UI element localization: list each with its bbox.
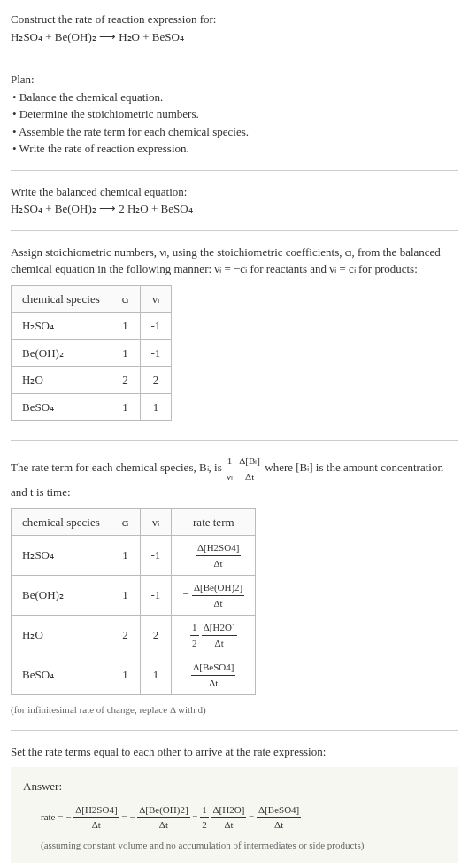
balanced-section: Write the balanced chemical equation: H₂…: [11, 183, 458, 231]
cell-c: 2: [111, 367, 140, 394]
frac-bot: Δt: [192, 596, 244, 611]
table-header-row: chemical species cᵢ νᵢ: [12, 285, 172, 313]
rate-frac: Δ[H2SO4] Δt: [196, 540, 241, 570]
frac-top: 1: [190, 620, 199, 636]
cell-species: Be(OH)₂: [12, 339, 111, 367]
rate-prefix: rate = −: [41, 810, 71, 821]
table-header-row: chemical species cᵢ νᵢ rate term: [12, 508, 256, 536]
col-header: νᵢ: [140, 508, 172, 536]
table-row: Be(OH)₂ 1 -1: [12, 339, 172, 367]
cell-c: 2: [111, 616, 140, 655]
answer-frac: Δ[BeSO4] Δt: [257, 802, 301, 833]
rate-frac-delta: Δ[Bᵢ] Δt: [237, 453, 262, 484]
answer-coef-frac: 1 2: [200, 802, 209, 833]
plan-item: • Balance the chemical equation.: [11, 89, 458, 106]
rate-frac: Δ[Be(OH)2] Δt: [192, 580, 244, 610]
table-row: H₂O 2 2 1 2 Δ[H2O] Δt: [12, 616, 256, 655]
frac-top: Δ[Be(OH)2]: [137, 802, 189, 818]
intro-equation: H₂SO₄ + Be(OH)₂ ⟶ H₂O + BeSO₄: [11, 28, 458, 46]
final-heading: Set the rate terms equal to each other t…: [11, 743, 458, 761]
stoich-intro: Assign stoichiometric numbers, νᵢ, using…: [11, 244, 458, 278]
intro-section: Construct the rate of reaction expressio…: [11, 11, 458, 58]
frac-top: Δ[H2O]: [202, 620, 237, 636]
final-section: Set the rate terms equal to each other t…: [11, 743, 458, 864]
cell-rate: 1 2 Δ[H2O] Δt: [172, 616, 256, 655]
cell-v: 2: [140, 616, 172, 655]
answer-label: Answer:: [23, 778, 446, 795]
frac-bot: Δt: [237, 469, 262, 484]
sign: −: [186, 547, 192, 561]
cell-species: H₂O: [12, 367, 111, 394]
rate-frac: Δ[BeSO4] Δt: [191, 660, 235, 690]
rate-coef-frac: 1 2: [190, 620, 199, 650]
frac-bot: Δt: [257, 818, 301, 833]
frac-top: 1: [225, 453, 234, 469]
rateterm-table: chemical species cᵢ νᵢ rate term H₂SO₄ 1…: [11, 508, 256, 696]
col-header: rate term: [172, 508, 256, 536]
answer-frac: Δ[Be(OH)2] Δt: [137, 802, 189, 833]
answer-equation: rate = − Δ[H2SO4] Δt = − Δ[Be(OH)2] Δt =…: [23, 802, 446, 833]
frac-bot: Δt: [196, 556, 241, 571]
stoich-section: Assign stoichiometric numbers, νᵢ, using…: [11, 244, 458, 442]
cell-v: 1: [140, 393, 172, 421]
frac-top: Δ[Bᵢ]: [237, 453, 262, 469]
table-row: H₂O 2 2: [12, 367, 172, 394]
cell-c: 1: [111, 655, 140, 695]
answer-note: (assuming constant volume and no accumul…: [23, 838, 446, 853]
frac-bot: Δt: [137, 818, 189, 833]
frac-top: Δ[H2SO4]: [196, 540, 241, 556]
frac-bot: Δt: [73, 818, 119, 833]
frac-top: Δ[H2SO4]: [73, 802, 119, 818]
frac-bot: Δt: [202, 636, 237, 651]
plan-item: • Determine the stoichiometric numbers.: [11, 105, 458, 123]
cell-species: BeSO₄: [12, 393, 111, 421]
table-row: Be(OH)₂ 1 -1 − Δ[Be(OH)2] Δt: [12, 576, 256, 616]
rate-frac-coef: 1 νᵢ: [225, 453, 234, 484]
table-row: BeSO₄ 1 1 Δ[BeSO4] Δt: [12, 655, 256, 695]
rateterm-intro-a: The rate term for each chemical species,…: [11, 461, 225, 474]
cell-v: 1: [140, 655, 172, 695]
sign: −: [182, 587, 188, 601]
rateterm-section: The rate term for each chemical species,…: [11, 453, 458, 731]
cell-v: -1: [140, 339, 172, 367]
rate-frac: Δ[H2O] Δt: [202, 620, 237, 650]
frac-top: Δ[BeSO4]: [191, 660, 235, 676]
eq-sep: =: [249, 810, 257, 821]
answer-box: Answer: rate = − Δ[H2SO4] Δt = − Δ[Be(OH…: [11, 767, 458, 863]
table-row: H₂SO₄ 1 -1 − Δ[H2SO4] Δt: [12, 536, 256, 576]
stoich-table: chemical species cᵢ νᵢ H₂SO₄ 1 -1 Be(OH)…: [11, 285, 172, 422]
cell-rate: − Δ[H2SO4] Δt: [172, 536, 256, 576]
frac-top: Δ[BeSO4]: [257, 802, 301, 818]
col-header: chemical species: [12, 285, 111, 313]
frac-bot: 2: [190, 636, 199, 651]
cell-v: -1: [140, 536, 172, 576]
col-header: cᵢ: [111, 285, 140, 313]
cell-species: BeSO₄: [12, 655, 111, 695]
plan-section: Plan: • Balance the chemical equation. •…: [11, 71, 458, 171]
table-row: H₂SO₄ 1 -1: [12, 313, 172, 340]
rateterm-intro: The rate term for each chemical species,…: [11, 453, 458, 501]
frac-bot: 2: [200, 818, 209, 833]
balanced-heading: Write the balanced chemical equation:: [11, 183, 458, 201]
answer-frac: Δ[H2O] Δt: [211, 802, 247, 833]
table-row: BeSO₄ 1 1: [12, 393, 172, 421]
cell-c: 1: [111, 339, 140, 367]
cell-rate: − Δ[Be(OH)2] Δt: [172, 576, 256, 616]
cell-c: 1: [111, 313, 140, 340]
cell-v: -1: [140, 576, 172, 616]
balanced-equation: H₂SO₄ + Be(OH)₂ ⟶ 2 H₂O + BeSO₄: [11, 200, 458, 218]
cell-c: 1: [111, 393, 140, 421]
col-header: νᵢ: [140, 285, 172, 313]
cell-v: 2: [140, 367, 172, 394]
plan-item: • Assemble the rate term for each chemic…: [11, 123, 458, 141]
frac-top: 1: [200, 802, 209, 818]
frac-bot: νᵢ: [225, 469, 234, 484]
frac-top: Δ[H2O]: [211, 802, 247, 818]
col-header: cᵢ: [111, 508, 140, 536]
frac-bot: Δt: [211, 818, 247, 833]
cell-species: H₂O: [12, 616, 111, 655]
cell-v: -1: [140, 313, 172, 340]
cell-rate: Δ[BeSO4] Δt: [172, 655, 256, 695]
rateterm-note: (for infinitesimal rate of change, repla…: [11, 702, 458, 717]
frac-top: Δ[Be(OH)2]: [192, 580, 244, 596]
